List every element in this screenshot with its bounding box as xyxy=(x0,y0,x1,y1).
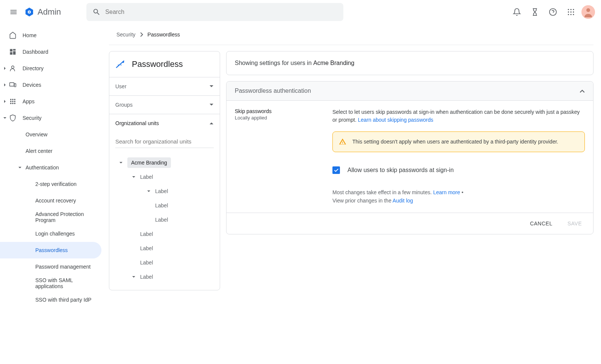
ou-search-input[interactable] xyxy=(115,135,214,148)
svg-rect-19 xyxy=(10,83,14,86)
app-name: Admin xyxy=(38,7,61,17)
audit-log-link[interactable]: Audit log xyxy=(393,198,413,204)
tree-item[interactable]: Label xyxy=(115,213,214,227)
logo[interactable]: Admin xyxy=(24,7,61,17)
account-avatar[interactable] xyxy=(581,5,595,19)
section-header[interactable]: Passwordless authentication xyxy=(227,82,593,101)
admin-logo-icon xyxy=(24,7,35,17)
sidebar-item-label: Password management xyxy=(35,264,91,270)
tree-item[interactable]: Label xyxy=(115,270,214,284)
search-bar[interactable] xyxy=(86,3,343,21)
tree-item[interactable]: Label xyxy=(115,255,214,270)
sidebar-item-label: SSO with third party IdP xyxy=(35,297,91,303)
dashboard-icon xyxy=(9,48,17,56)
sidebar-item-login-challenges[interactable]: Login challenges xyxy=(0,225,105,242)
save-button: SAVE xyxy=(565,219,585,228)
warning-text: This setting doesn't apply when users ar… xyxy=(352,138,558,146)
svg-point-10 xyxy=(570,14,571,15)
svg-point-24 xyxy=(10,101,12,102)
ou-section-user[interactable]: User xyxy=(109,77,220,95)
svg-rect-20 xyxy=(14,84,16,87)
section-title: Passwordless authentication xyxy=(235,88,311,94)
ou-section-label: User xyxy=(115,83,127,89)
svg-point-4 xyxy=(570,9,571,10)
tree-item[interactable]: Label xyxy=(115,184,214,198)
sidebar-item-security[interactable]: Security xyxy=(0,110,105,126)
ou-section-label: Groups xyxy=(115,102,133,108)
passwordless-icon xyxy=(115,59,126,69)
sidebar-item-apps[interactable]: Apps xyxy=(0,93,105,110)
header: Admin xyxy=(0,0,601,24)
notifications-button[interactable] xyxy=(509,5,524,20)
main-content: Security Passwordless Passwordless User … xyxy=(105,24,601,308)
svg-point-7 xyxy=(570,11,571,12)
sidebar-item-authentication[interactable]: Authentication xyxy=(0,159,105,176)
sidebar-item-alert-center[interactable]: Alert center xyxy=(0,143,105,159)
learn-more-link[interactable]: Learn more xyxy=(433,189,460,195)
sidebar-item-passwordless[interactable]: Passwordless xyxy=(0,242,101,258)
caret-down-icon xyxy=(18,166,21,169)
tree-item[interactable]: Label xyxy=(115,170,214,184)
breadcrumb-root[interactable]: Security xyxy=(116,32,136,38)
separator-dot: • xyxy=(462,189,464,195)
breadcrumb: Security Passwordless xyxy=(109,24,593,45)
cancel-button[interactable]: CANCEL xyxy=(527,219,556,228)
sidebar-item-label: Overview xyxy=(26,131,47,137)
svg-point-27 xyxy=(10,103,12,104)
sidebar-item-label: Advanced Protection Program xyxy=(35,211,101,223)
sidebar-item-label: Account recovery xyxy=(35,198,76,204)
sidebar-item-overview[interactable]: Overview xyxy=(0,126,105,143)
sidebar-item-sso-saml[interactable]: SSO with SAML applications xyxy=(0,275,105,292)
chevron-down-icon xyxy=(209,103,214,106)
sidebar-item-account-recovery[interactable]: Account recovery xyxy=(0,192,105,209)
svg-point-1 xyxy=(29,11,30,13)
sidebar-item-password-mgmt[interactable]: Password management xyxy=(0,258,105,275)
footer-text-2: View prior changes in the xyxy=(332,198,393,204)
sidebar-item-sso-idp[interactable]: SSO with third party IdP xyxy=(0,292,105,308)
ou-section-org-units[interactable]: Orgnizational units xyxy=(109,114,220,132)
tree-label: Label xyxy=(155,217,168,223)
settings-panel: Showing settings for users in Acme Brand… xyxy=(226,51,593,290)
hamburger-menu[interactable] xyxy=(6,5,21,20)
sidebar-item-advanced-protection[interactable]: Advanced Protection Program xyxy=(0,209,105,225)
svg-point-21 xyxy=(10,99,12,100)
tree-label: Label xyxy=(155,202,168,208)
sidebar-item-label: Login challenges xyxy=(35,231,75,237)
checkbox-label: Allow users to skip passwords at sign-in xyxy=(347,166,454,175)
footer-note: Most changes take effect in a few minute… xyxy=(332,188,585,205)
skip-passwords-checkbox[interactable] xyxy=(332,166,340,174)
setting-applied: Locally applied xyxy=(235,115,317,121)
sidebar-item-2sv[interactable]: 2-step verification xyxy=(0,176,105,192)
apps-button[interactable] xyxy=(563,5,578,20)
ou-panel-header: Passwordless xyxy=(109,51,220,77)
ou-body: Acme Branding Label Label Label xyxy=(109,132,220,290)
sidebar-item-devices[interactable]: Devices xyxy=(0,77,105,93)
showing-org: Acme Branding xyxy=(313,60,354,66)
sidebar-item-dashboard[interactable]: Dashboard xyxy=(0,44,105,60)
hourglass-icon xyxy=(531,8,539,16)
warning-box: This setting doesn't apply when users ar… xyxy=(332,131,585,152)
ou-panel: Passwordless User Groups Orgnizational u… xyxy=(109,51,220,290)
section-body: Skip passwords Locally applied Select to… xyxy=(227,101,593,213)
tree-item[interactable]: Label xyxy=(115,227,214,241)
tree-item-root[interactable]: Acme Branding xyxy=(115,156,214,170)
apps-icon xyxy=(9,98,16,105)
tree-item[interactable]: Label xyxy=(115,198,214,213)
help-button[interactable] xyxy=(545,5,560,20)
svg-point-29 xyxy=(14,103,15,104)
svg-point-25 xyxy=(12,101,14,102)
apps-grid-icon xyxy=(567,8,575,16)
sidebar-item-label: Security xyxy=(23,115,42,121)
ou-section-groups[interactable]: Groups xyxy=(109,95,220,114)
sidebar-item-home[interactable]: Home xyxy=(0,27,105,44)
sidebar-item-directory[interactable]: Directory xyxy=(0,60,105,77)
search-input[interactable] xyxy=(105,9,337,15)
sidebar-item-label: Alert center xyxy=(26,148,53,154)
tasks-button[interactable] xyxy=(527,5,542,20)
sidebar-item-label: SSO with SAML applications xyxy=(35,277,101,289)
tree-item[interactable]: Label xyxy=(115,241,214,255)
caret-right-icon xyxy=(3,100,6,103)
svg-point-6 xyxy=(568,11,569,12)
home-icon xyxy=(9,32,17,39)
learn-link[interactable]: Learn about skipping passwords xyxy=(358,117,433,123)
